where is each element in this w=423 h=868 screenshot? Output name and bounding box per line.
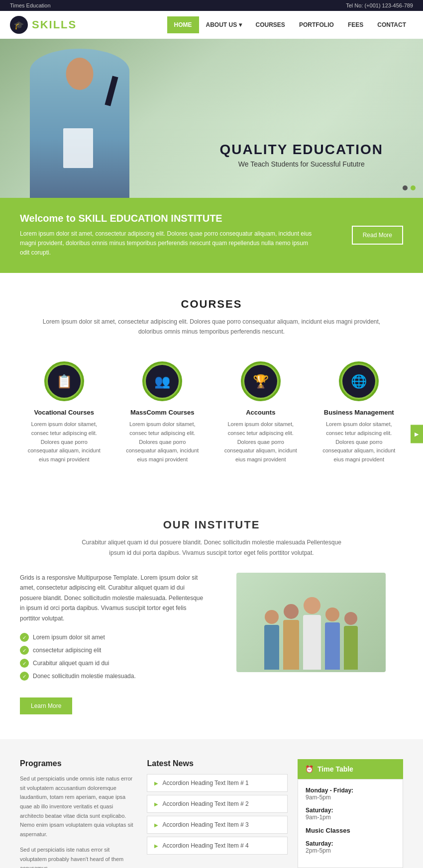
timetable-day-2: Saturday: (306, 807, 395, 814)
floating-tab[interactable]: ▶ (411, 425, 423, 443)
course-accounts-title: Accounts (221, 409, 300, 416)
figure-1 (264, 610, 279, 670)
nav-home[interactable]: HOME (167, 16, 199, 33)
accordion-arrow-1: ▶ (154, 781, 158, 786)
courses-description: Lorem ipsum dolor sit amet, consectetur … (42, 317, 381, 337)
accordion-header-2[interactable]: ▶ Accordion Heading Text Item # 2 (147, 795, 287, 812)
course-accounts: 🏆 Accounts Lorem ipsum dolor sitamet, co… (216, 356, 305, 469)
course-masscomm-title: MassComm Courses (123, 409, 202, 416)
bullet-icon-3: ✓ (20, 659, 29, 668)
accordion-header-1[interactable]: ▶ Accordion Heading Text Item # 1 (147, 775, 287, 791)
timetable-time-4: 2pm-5pm (306, 847, 395, 854)
accordion-item-3[interactable]: ▶ Accordion Heading Text Item # 3 (147, 816, 288, 834)
nav-contact[interactable]: CONTACT (370, 16, 413, 33)
accordion-arrow-3: ▶ (154, 822, 158, 828)
accordion-item-1[interactable]: ▶ Accordion Heading Text Item # 1 (147, 774, 288, 792)
logo[interactable]: 🎓 SKILLS (10, 16, 77, 34)
course-masscomm-desc: Lorem ipsum dolor sitamet, consec tetur … (123, 420, 202, 464)
bullet-text-2: consectetur adipiscing elit (33, 647, 101, 654)
institute-content: Grids is a responsive Multipurpose Templ… (20, 573, 403, 714)
figure-5 (344, 612, 358, 670)
brand-label: Times Education (10, 2, 51, 8)
timetable-subject: Music Classes (306, 827, 395, 834)
accordion-header-3[interactable]: ▶ Accordion Heading Text Item # 3 (147, 816, 287, 833)
hero-dot-2[interactable] (411, 185, 416, 190)
hero-overlay (249, 39, 423, 198)
business-icon: 🌐 (342, 365, 375, 398)
head-2 (284, 604, 299, 619)
institute-bullet-list: ✓ Lorem ipsum dolor sit amet ✓ consectet… (20, 631, 204, 683)
phone-label: Tel No: (+001) 123-456-789 (346, 2, 413, 8)
news-title: Latest News (147, 759, 288, 768)
figure-3 (303, 597, 321, 670)
read-more-button[interactable]: Read More (352, 226, 403, 245)
masscomm-icon: 👥 (146, 365, 179, 398)
timetable-title: Time Table (317, 765, 353, 773)
welcome-section: Welcome to SKILL EDUCATION INSTITUTE Lor… (0, 198, 423, 273)
bullet-icon-1: ✓ (20, 633, 29, 642)
hero-title: QUALITY EDUCATION (219, 142, 383, 158)
body-5 (344, 626, 358, 670)
accordion-arrow-2: ▶ (154, 801, 158, 807)
courses-grid: 📋 Vocational Courses Lorem ipsum dolor s… (20, 356, 403, 469)
hero-dot-1[interactable] (403, 185, 408, 190)
programs-desc2: Sed ut perspiciatis iste natus error sit… (20, 845, 137, 868)
institute-title: OUR INSTITUTE (20, 519, 403, 531)
course-business: 🌐 Business Management Lorem ipsum dolor … (315, 356, 404, 469)
bullet-item-4: ✓ Donec sollicitudin molestie malesuada. (20, 670, 204, 683)
group-photo (236, 573, 386, 672)
hero-subtitle: We Teach Students for Sucessful Fututre (219, 160, 383, 168)
hero-section: QUALITY EDUCATION We Teach Students for … (0, 39, 423, 198)
timetable-day-4: Saturday: (306, 840, 395, 847)
accordion-label-3: Accordion Heading Text Item # 3 (162, 821, 248, 828)
head-5 (344, 612, 357, 625)
accounts-icon: 🏆 (244, 365, 277, 398)
learn-more-button[interactable]: Learn More (20, 697, 72, 714)
nav-portfolio[interactable]: PORTFOLIO (292, 16, 341, 33)
nav-courses[interactable]: COURSES (249, 16, 292, 33)
clock-icon: ⏰ (305, 765, 314, 773)
institute-right (219, 573, 403, 672)
bullet-text-4: Donec sollicitudin molestie malesuada. (33, 673, 136, 680)
backpack-strap (105, 76, 118, 106)
nav-about[interactable]: ABOUT US ▾ (199, 16, 249, 33)
vocational-icon: 📋 (48, 365, 81, 398)
timetable-col: ⏰ Time Table Monday - Friday: 9am-5pm Sa… (298, 759, 403, 868)
course-vocational: 📋 Vocational Courses Lorem ipsum dolor s… (20, 356, 108, 469)
top-bar: Times Education Tel No: (+001) 123-456-7… (0, 0, 423, 11)
course-accounts-desc: Lorem ipsum dolor sitamet, consec tetur … (221, 420, 300, 464)
timetable-header: ⏰ Time Table (298, 759, 403, 779)
course-icon-accounts: 🏆 (241, 361, 281, 401)
timetable-entry-2: Saturday: 9am-1pm (306, 807, 395, 821)
programs-section: Programes Sed ut perspiciatis unde omnis… (0, 739, 423, 868)
course-icon-masscomm: 👥 (142, 361, 182, 401)
figure-2 (283, 604, 299, 670)
bullet-icon-4: ✓ (20, 672, 29, 681)
nav-fees[interactable]: FEES (341, 16, 370, 33)
course-masscomm: 👥 MassComm Courses Lorem ipsum dolor sit… (118, 356, 207, 469)
body-1 (264, 625, 279, 670)
timetable-entry-1: Monday - Friday: 9am-5pm (306, 787, 395, 801)
course-icon-vocational: 📋 (44, 361, 84, 401)
head-1 (265, 610, 279, 624)
timetable-time-2: 9am-1pm (306, 814, 395, 821)
accordion-label-4: Accordion Heading Text Item # 4 (162, 842, 248, 849)
main-nav: HOME ABOUT US ▾ COURSES PORTFOLIO FEES C… (167, 16, 413, 33)
logo-text: SKILLS (32, 18, 77, 31)
accordion-item-2[interactable]: ▶ Accordion Heading Text Item # 2 (147, 795, 288, 813)
course-business-desc: Lorem ipsum dolor sitamet, consec tetur … (320, 420, 399, 464)
bullet-text-1: Lorem ipsum dolor sit amet (33, 634, 105, 641)
person-head (66, 58, 94, 90)
institute-description: Grids is a responsive Multipurpose Templ… (20, 573, 204, 623)
accordion-item-4[interactable]: ▶ Accordion Heading Text Item # 4 (147, 837, 288, 855)
group-figures (264, 597, 358, 672)
accordion-arrow-4: ▶ (154, 843, 158, 849)
courses-title: COURSES (20, 298, 403, 311)
bullet-icon-2: ✓ (20, 646, 29, 655)
figure-4 (325, 608, 340, 670)
institute-section: OUR INSTITUTE Curabitur aliquet quam id … (0, 494, 423, 739)
programs-title: Programes (20, 759, 137, 768)
header: 🎓 SKILLS HOME ABOUT US ▾ COURSES PORTFOL… (0, 11, 423, 39)
accordion-header-4[interactable]: ▶ Accordion Heading Text Item # 4 (147, 837, 287, 854)
timetable-time-1: 9am-5pm (306, 794, 395, 801)
